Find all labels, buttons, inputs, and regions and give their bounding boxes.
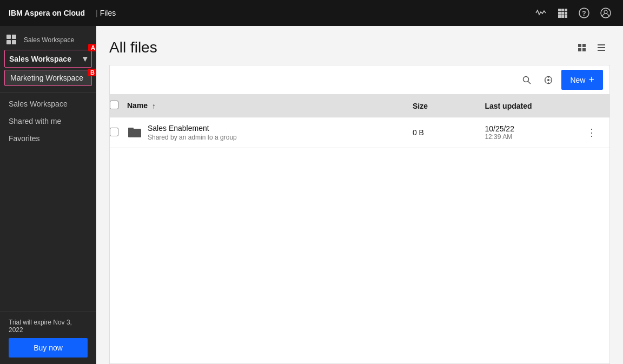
marketing-workspace-item[interactable]: Marketing Workspace <box>4 70 92 86</box>
trial-text: Trial will expire Nov 3, 2022 <box>9 319 88 334</box>
sidebar-item-sales-workspace[interactable]: Sales Workspace <box>0 95 96 112</box>
row-updated-cell: 10/25/22 12:39 AM <box>476 117 574 148</box>
svg-rect-4 <box>561 12 564 15</box>
svg-rect-18 <box>582 44 586 47</box>
table-header-row: Name ↑ Size Last updated <box>110 95 609 117</box>
name-column-header[interactable]: Name ↑ <box>118 95 404 117</box>
svg-rect-13 <box>6 35 11 39</box>
svg-point-24 <box>523 76 529 82</box>
table-container: New + Name ↑ Size <box>109 65 610 364</box>
more-actions-icon[interactable]: ⋮ <box>582 127 601 138</box>
file-row-inner: Sales Enablement Shared by an admin to a… <box>127 124 395 141</box>
row-actions-cell[interactable]: ⋮ <box>574 117 609 148</box>
workspace-dropdown-button[interactable]: Sales Workspace ▾ A <box>4 50 92 68</box>
updated-column-header[interactable]: Last updated <box>476 95 574 117</box>
brand-rest: Aspera on Cloud <box>23 9 85 17</box>
main-layout: Sales Workspace Sales Workspace ▾ A Mark… <box>0 26 623 364</box>
table-body: Sales Enablement Shared by an admin to a… <box>110 117 609 148</box>
svg-rect-3 <box>558 12 561 15</box>
file-info: Sales Enablement Shared by an admin to a… <box>148 124 237 141</box>
svg-rect-2 <box>565 9 567 11</box>
new-button[interactable]: New + <box>561 70 603 90</box>
svg-rect-19 <box>578 48 581 51</box>
sales-workspace-label: Sales Workspace <box>9 100 68 108</box>
activity-icon[interactable] <box>532 4 549 22</box>
svg-rect-6 <box>558 15 561 18</box>
chevron-down-icon: ▾ <box>83 54 87 64</box>
select-all-col <box>110 95 118 117</box>
name-col-label: Name <box>127 101 148 110</box>
topbar-separator: | <box>96 9 98 17</box>
workspace-active-label: Sales Workspace <box>24 36 92 44</box>
svg-rect-20 <box>582 48 586 51</box>
sidebar: Sales Workspace Sales Workspace ▾ A Mark… <box>0 26 96 364</box>
marketing-workspace-label: Marketing Workspace <box>10 74 83 82</box>
help-icon[interactable]: ? <box>575 4 593 22</box>
svg-rect-16 <box>12 40 16 44</box>
svg-text:?: ? <box>582 10 586 17</box>
table-header: Name ↑ Size Last updated <box>110 95 609 117</box>
brand-name: IBM Aspera on Cloud <box>9 9 85 17</box>
sidebar-item-shared-with-me[interactable]: Shared with me <box>0 112 96 130</box>
plus-icon: + <box>588 74 594 85</box>
svg-point-27 <box>547 79 549 81</box>
svg-rect-15 <box>6 40 11 44</box>
file-subtitle: Shared by an admin to a group <box>148 134 237 141</box>
buy-now-button[interactable]: Buy now <box>9 338 88 358</box>
sidebar-item-favorites[interactable]: Favorites <box>0 130 96 147</box>
svg-rect-5 <box>565 12 567 15</box>
svg-line-25 <box>528 81 531 84</box>
sort-asc-icon: ↑ <box>152 102 156 110</box>
workspace-grid-icon <box>4 32 19 48</box>
svg-rect-14 <box>12 35 16 39</box>
svg-rect-23 <box>598 50 605 51</box>
topbar-actions: ? <box>532 4 614 22</box>
svg-rect-22 <box>598 47 605 48</box>
file-size: 0 B <box>413 128 424 137</box>
list-view-button[interactable] <box>573 39 591 56</box>
row-size-cell: 0 B <box>404 117 476 148</box>
favorites-label: Favorites <box>9 134 40 143</box>
svg-rect-8 <box>565 15 567 18</box>
view-toggle <box>573 39 610 56</box>
grid-view-button[interactable] <box>593 39 610 56</box>
size-column-header[interactable]: Size <box>404 95 476 117</box>
content-header: All files <box>96 26 623 65</box>
svg-rect-32 <box>128 129 141 137</box>
actions-col-header <box>574 95 609 117</box>
svg-rect-21 <box>598 44 605 45</box>
svg-rect-1 <box>561 9 564 11</box>
size-col-label: Size <box>413 102 428 110</box>
select-all-checkbox[interactable] <box>110 101 118 109</box>
file-name[interactable]: Sales Enablement <box>148 124 237 133</box>
updated-col-label: Last updated <box>485 102 532 110</box>
svg-rect-33 <box>128 128 134 130</box>
apps-icon[interactable] <box>554 4 571 22</box>
table-row: Sales Enablement Shared by an admin to a… <box>110 117 609 148</box>
content-area: All files <box>96 26 623 364</box>
folder-icon <box>127 125 142 140</box>
row-checkbox-cell <box>110 117 118 148</box>
page-title: All files <box>109 39 157 56</box>
svg-rect-0 <box>558 9 561 11</box>
topbar: IBM Aspera on Cloud | Files ? <box>0 0 623 26</box>
workspace-icon-row: Sales Workspace <box>4 32 92 48</box>
row-name-cell: Sales Enablement Shared by an admin to a… <box>118 117 404 148</box>
svg-point-12 <box>604 10 607 14</box>
row-checkbox[interactable] <box>110 128 118 136</box>
updated-date: 10/25/22 <box>485 124 565 133</box>
search-button[interactable] <box>518 71 535 89</box>
shared-with-me-label: Shared with me <box>9 117 61 125</box>
sidebar-footer: Trial will expire Nov 3, 2022 Buy now <box>0 312 96 364</box>
new-button-label: New <box>570 76 585 84</box>
files-table: Name ↑ Size Last updated <box>110 95 609 148</box>
account-icon[interactable] <box>597 4 614 22</box>
workspace-selected-label: Sales Workspace <box>9 55 71 63</box>
workspace-selector: Sales Workspace Sales Workspace ▾ A Mark… <box>0 26 96 93</box>
svg-rect-7 <box>561 15 564 18</box>
brand-ibm: IBM <box>9 9 23 17</box>
updated-time: 12:39 AM <box>485 133 565 141</box>
table-toolbar: New + <box>110 65 609 95</box>
filter-settings-button[interactable] <box>540 71 557 89</box>
sidebar-nav: Sales Workspace Shared with me Favorites <box>0 93 96 312</box>
